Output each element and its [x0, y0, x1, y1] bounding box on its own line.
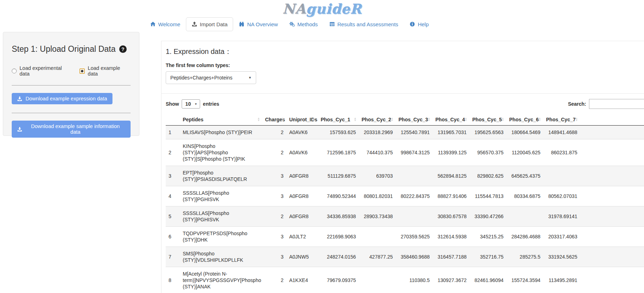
table-controls: Show 10 ▼ entries Search:	[166, 99, 644, 109]
cell-phos-cyc-1: 511129.6875	[318, 166, 359, 186]
download-expression-button[interactable]: Download example expression data	[12, 93, 112, 104]
cell-uniprot-id: A0AVK6	[286, 139, 318, 166]
tab-label: Welcome	[158, 21, 180, 27]
filler-header	[580, 114, 644, 126]
column-header-phos_cyc_7[interactable]: Phos_Cyc_7▲▼	[543, 114, 580, 126]
column-header-label: Phos_Cyc_5	[472, 117, 502, 122]
caret-down-icon: ▼	[248, 76, 252, 79]
cell-uniprot-id: A0FGR8	[286, 206, 318, 227]
cell-phos-cyc-4: 312614.5938	[433, 227, 469, 247]
cell-phos-cyc-7: 331924.5625	[543, 247, 580, 267]
cell-uniprot-id: A1KXE4	[286, 267, 318, 293]
radio-unchecked-icon[interactable]	[12, 68, 17, 73]
tab-na-overview[interactable]: NA Overview	[233, 17, 284, 31]
cell-phos-cyc-6	[506, 206, 543, 227]
column-types-select[interactable]: Peptides+Charges+Proteins ▼	[166, 71, 256, 84]
cell-filler	[580, 267, 644, 293]
cell-phos-cyc-3: 125540.7891	[396, 126, 433, 139]
cell-peptide: M[Acetyl (Protein N-term)]NPVYSPGSSGVPY[…	[180, 267, 262, 293]
cell-phos-cyc-2	[359, 227, 396, 247]
tab-methods[interactable]: Methods	[284, 17, 324, 31]
cell-filler	[580, 126, 644, 139]
cell-phos-cyc-7: 860231.875	[543, 139, 580, 166]
cell-phos-cyc-5: 82461.96094	[469, 267, 506, 293]
sort-icon: ▲▼	[354, 117, 357, 122]
caret-down-icon: ▼	[194, 103, 197, 106]
cell-phos-cyc-1: 34336.85938	[318, 206, 359, 227]
cell-peptide: SSSSLLAS[Phospho (STY)]PGHISVK	[180, 186, 262, 206]
search-input[interactable]	[589, 99, 644, 109]
cell-phos-cyc-6: 285275.5	[506, 247, 543, 267]
help-circle-icon[interactable]: ?	[119, 45, 127, 53]
cell-charge: 3	[262, 186, 286, 206]
download-icon	[17, 96, 22, 101]
cell-filler	[580, 247, 644, 267]
cell-phos-cyc-4: 316457.7188	[433, 247, 469, 267]
data-source-radio-group: Load experimental data Load example data	[12, 65, 131, 77]
expression-data-heading: 1. Expression data：	[166, 47, 644, 56]
cell-phos-cyc-3	[396, 206, 433, 227]
cell-phos-cyc-2: 80801.82031	[359, 186, 396, 206]
tab-label: Methods	[297, 21, 318, 27]
radio-load-example[interactable]: Load example data	[79, 65, 131, 77]
download-icon	[17, 127, 22, 132]
cell-uniprot-id: A0JNW5	[286, 247, 318, 267]
tab-import-data[interactable]: Import Data	[186, 17, 233, 31]
cell-phos-cyc-7: 80562.07031	[543, 186, 580, 206]
column-header-phos_cyc_2[interactable]: Phos_Cyc_2▲▼	[359, 114, 396, 126]
tab-welcome[interactable]: Welcome	[144, 17, 186, 31]
divider	[12, 85, 131, 85]
sort-icon: ▲▼	[257, 117, 260, 122]
cell-phos-cyc-2: 203318.2969	[359, 126, 396, 139]
tab-label: Results and Assessments	[337, 21, 398, 27]
app-header: NAguideR	[0, 0, 644, 16]
cell-phos-cyc-7: 113495.2891	[543, 267, 580, 293]
column-header-phos_cyc_5[interactable]: Phos_Cyc_5▲▼	[469, 114, 506, 126]
cell-phos-cyc-5: 33390.47266	[469, 206, 506, 227]
sort-icon: ▲▼	[391, 117, 393, 122]
tab-help[interactable]: Help	[404, 17, 434, 31]
table-row: 6TQDPVPPETPSDS[Phospho (STY)]DHK3A0JLT22…	[166, 227, 644, 247]
column-header-phos_cyc_4[interactable]: Phos_Cyc_4▲▼	[433, 114, 469, 126]
download-sample-info-button[interactable]: Download example sample information data	[12, 121, 131, 138]
column-header-phos_cyc_1[interactable]: Phos_Cyc_1▲▼	[318, 114, 359, 126]
column-header-uniprot_ids[interactable]: Uniprot_IDs▲▼	[286, 114, 318, 126]
radio-load-experimental[interactable]: Load experimental data	[12, 65, 72, 77]
home-icon	[150, 21, 156, 27]
page-length-control: Show 10 ▼ entries	[166, 99, 219, 109]
table-row: 2KINS[Phospho (STY)]APS[Phospho (STY)]S[…	[166, 139, 644, 166]
page-length-select[interactable]: 10 ▼	[182, 99, 200, 109]
cell-phos-cyc-1: 74890.52344	[318, 186, 359, 206]
upload-panel: Step 1: Upload Original Data ? Load expe…	[3, 32, 139, 136]
cell-phos-cyc-5: 345215.25	[469, 227, 506, 247]
column-types-selected-value: Peptides+Charges+Proteins	[170, 75, 232, 81]
column-header-phos_cyc_3[interactable]: Phos_Cyc_3▲▼	[396, 114, 433, 126]
radio-label[interactable]: Load experimental data	[20, 65, 72, 77]
cell-charge: 2	[262, 267, 286, 293]
table-row: 4SSSSLLAS[Phospho (STY)]PGHISVK3A0FGR874…	[166, 186, 644, 206]
radio-dot	[81, 70, 83, 72]
divider	[161, 93, 644, 94]
radio-label[interactable]: Load example data	[88, 65, 131, 77]
column-header-peptides[interactable]: Peptides▲▼	[180, 114, 262, 126]
cell-phos-cyc-4: 562894.8125	[433, 166, 469, 186]
cell-row-number: 1	[166, 126, 180, 139]
column-header-charges[interactable]: Charges▲▼	[262, 114, 286, 126]
search-label: Search:	[568, 101, 586, 107]
sort-icon: ▲▼	[428, 117, 430, 122]
cell-phos-cyc-1: 712596.1875	[318, 139, 359, 166]
tab-results-assessments[interactable]: Results and Assessments	[324, 17, 404, 31]
cell-phos-cyc-2	[359, 267, 396, 293]
app-logo: NAguideR	[282, 1, 362, 17]
column-header-phos_cyc_6[interactable]: Phos_Cyc_6▲▼	[506, 114, 543, 126]
cell-peptide: EPT[Phospho (STY)]PSIASDISLPIATQELR	[180, 166, 262, 186]
cell-phos-cyc-1: 221698.9063	[318, 227, 359, 247]
gears-icon	[289, 21, 295, 27]
radio-checked-icon[interactable]	[79, 68, 85, 74]
cell-phos-cyc-3: 358460.9688	[396, 247, 433, 267]
cell-peptide: TQDPVPPETPSDS[Phospho (STY)]DHK	[180, 227, 262, 247]
table-row: 7SMS[Phospho (STY)]VDLSHIPLKDPLLFK3A0JNW…	[166, 247, 644, 267]
cell-phos-cyc-6: 155724.3594	[506, 267, 543, 293]
cell-phos-cyc-5: 352716.75	[469, 247, 506, 267]
cell-phos-cyc-2: 28903.73438	[359, 206, 396, 227]
